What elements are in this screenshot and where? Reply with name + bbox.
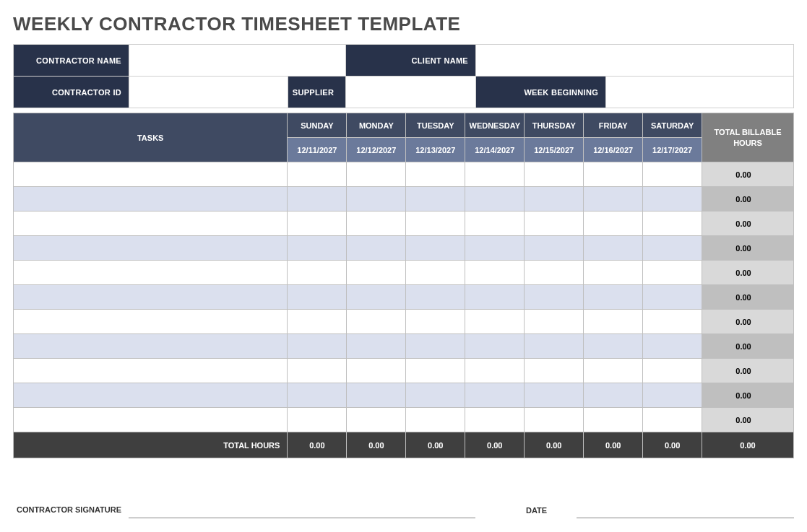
week-beginning-field[interactable]: [606, 77, 794, 108]
hours-cell[interactable]: [584, 310, 643, 334]
hours-cell[interactable]: [288, 310, 347, 334]
task-cell[interactable]: [14, 212, 288, 236]
hours-cell[interactable]: [347, 408, 406, 432]
task-cell[interactable]: [14, 285, 288, 310]
hours-cell[interactable]: [525, 261, 584, 285]
hours-cell[interactable]: [347, 261, 406, 285]
hours-cell[interactable]: [347, 285, 406, 310]
date-field[interactable]: [577, 518, 794, 532]
hours-cell[interactable]: [347, 359, 406, 383]
hours-cell[interactable]: [288, 187, 347, 212]
hours-cell[interactable]: [406, 383, 465, 408]
hours-cell[interactable]: [465, 187, 525, 212]
hours-cell[interactable]: [406, 310, 465, 334]
hours-cell[interactable]: [584, 383, 643, 408]
hours-cell[interactable]: [406, 261, 465, 285]
hours-cell[interactable]: [584, 212, 643, 236]
hours-cell[interactable]: [465, 383, 525, 408]
hours-cell[interactable]: [525, 359, 584, 383]
hours-cell[interactable]: [525, 383, 584, 408]
supplier-field[interactable]: [346, 77, 476, 108]
hours-cell[interactable]: [643, 212, 702, 236]
hours-cell[interactable]: [347, 383, 406, 408]
hours-cell[interactable]: [288, 285, 347, 310]
hours-cell[interactable]: [406, 334, 465, 359]
hours-cell[interactable]: [643, 261, 702, 285]
hours-cell[interactable]: [465, 408, 525, 432]
hours-cell[interactable]: [288, 236, 347, 261]
hours-cell[interactable]: [584, 162, 643, 187]
hours-cell[interactable]: [406, 236, 465, 261]
hours-cell[interactable]: [584, 359, 643, 383]
hours-cell[interactable]: [465, 261, 525, 285]
hours-cell[interactable]: [643, 383, 702, 408]
hours-cell[interactable]: [465, 334, 525, 359]
hours-cell[interactable]: [465, 359, 525, 383]
date-field[interactable]: [577, 477, 794, 518]
hours-cell[interactable]: [288, 261, 347, 285]
hours-cell[interactable]: [643, 285, 702, 310]
hours-cell[interactable]: [643, 162, 702, 187]
task-cell[interactable]: [14, 359, 288, 383]
hours-cell[interactable]: [584, 261, 643, 285]
hours-cell[interactable]: [406, 187, 465, 212]
hours-cell[interactable]: [406, 212, 465, 236]
task-cell[interactable]: [14, 408, 288, 432]
hours-cell[interactable]: [288, 408, 347, 432]
client-name-field[interactable]: [476, 45, 794, 77]
hours-cell[interactable]: [347, 187, 406, 212]
hours-cell[interactable]: [525, 408, 584, 432]
task-cell[interactable]: [14, 334, 288, 359]
hours-cell[interactable]: [465, 236, 525, 261]
hours-cell[interactable]: [643, 359, 702, 383]
hours-cell[interactable]: [347, 212, 406, 236]
hours-cell[interactable]: [465, 285, 525, 310]
hours-cell[interactable]: [643, 408, 702, 432]
hours-cell[interactable]: [347, 310, 406, 334]
task-cell[interactable]: [14, 187, 288, 212]
hours-cell[interactable]: [525, 334, 584, 359]
hours-cell[interactable]: [288, 359, 347, 383]
hours-cell[interactable]: [525, 162, 584, 187]
hours-cell[interactable]: [465, 162, 525, 187]
task-cell[interactable]: [14, 162, 288, 187]
contractor-id-field[interactable]: [129, 77, 288, 108]
hours-cell[interactable]: [347, 334, 406, 359]
hours-cell[interactable]: [288, 162, 347, 187]
hours-cell[interactable]: [643, 236, 702, 261]
task-cell[interactable]: [14, 383, 288, 408]
hours-cell[interactable]: [525, 310, 584, 334]
hours-cell[interactable]: [347, 162, 406, 187]
hours-cell[interactable]: [406, 408, 465, 432]
contractor-signature-field[interactable]: [129, 477, 475, 518]
hours-cell[interactable]: [584, 187, 643, 212]
hours-cell[interactable]: [643, 187, 702, 212]
task-cell[interactable]: [14, 310, 288, 334]
hours-cell[interactable]: [525, 285, 584, 310]
task-cell[interactable]: [14, 261, 288, 285]
hours-cell[interactable]: [406, 162, 465, 187]
hours-cell[interactable]: [643, 334, 702, 359]
hours-cell[interactable]: [406, 359, 465, 383]
hours-cell[interactable]: [525, 187, 584, 212]
hours-cell[interactable]: [584, 334, 643, 359]
hours-cell[interactable]: [288, 383, 347, 408]
hours-cell[interactable]: [643, 310, 702, 334]
contractor-name-field[interactable]: [129, 45, 346, 77]
hours-cell[interactable]: [406, 285, 465, 310]
table-row: 0.00: [14, 383, 794, 408]
task-cell[interactable]: [14, 236, 288, 261]
hours-cell[interactable]: [288, 334, 347, 359]
hours-cell[interactable]: [465, 212, 525, 236]
hours-cell[interactable]: [465, 310, 525, 334]
hours-cell[interactable]: [584, 285, 643, 310]
hours-cell[interactable]: [584, 236, 643, 261]
hours-cell[interactable]: [525, 212, 584, 236]
table-row: 0.00: [14, 261, 794, 285]
hours-cell[interactable]: [347, 236, 406, 261]
hours-cell[interactable]: [525, 236, 584, 261]
hours-cell[interactable]: [288, 212, 347, 236]
hours-cell[interactable]: [584, 408, 643, 432]
grand-total: 0.00: [702, 432, 794, 458]
authorized-by-field[interactable]: [129, 518, 475, 532]
